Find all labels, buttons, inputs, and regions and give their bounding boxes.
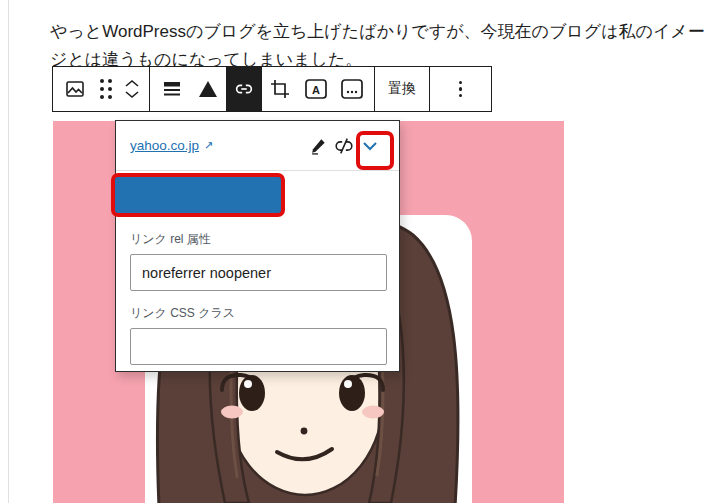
paragraph-text-line1[interactable]: やっとWordPressのブログを立ち上げたばかりですが、今現在のブログは私のイ… — [50, 18, 726, 46]
css-class-field-input[interactable] — [130, 328, 387, 365]
svg-text:A: A — [312, 84, 320, 96]
rel-field-label: リンク rel 属性 — [130, 231, 385, 248]
unlink-icon[interactable] — [331, 133, 357, 159]
crop-icon[interactable] — [262, 67, 298, 111]
annotation-box-chevron — [356, 131, 394, 170]
text-over-image-icon[interactable]: A — [298, 67, 334, 111]
rel-field-input[interactable] — [130, 254, 387, 291]
toolbar-image-tools: A — [150, 67, 374, 111]
move-up-down-icon[interactable] — [119, 67, 145, 111]
css-class-field-label: リンク CSS クラス — [130, 305, 385, 322]
link-icon[interactable] — [226, 67, 262, 111]
align-icon[interactable] — [154, 67, 190, 111]
toolbar-options — [430, 67, 491, 111]
link-url[interactable]: yahoo.co.jp — [130, 138, 199, 153]
duotone-filter-icon[interactable] — [190, 67, 226, 111]
annotation-box-toggle — [111, 173, 285, 217]
replace-button[interactable]: 置換 — [375, 67, 429, 111]
edit-pencil-icon[interactable] — [305, 133, 331, 159]
caption-icon[interactable] — [334, 67, 370, 111]
image-block-icon[interactable] — [57, 67, 93, 111]
external-link-icon[interactable]: ↗ — [204, 139, 213, 152]
drag-handle-icon[interactable] — [93, 67, 119, 111]
wordpress-editor-canvas: やっとWordPressのブログを立ち上げたばかりですが、今現在のブログは私のイ… — [0, 0, 726, 503]
toolbar-block-controls — [53, 67, 149, 111]
options-kebab-icon[interactable] — [443, 67, 479, 111]
editor-canvas-edge — [8, 0, 9, 503]
block-toolbar: A 置換 — [52, 66, 492, 112]
